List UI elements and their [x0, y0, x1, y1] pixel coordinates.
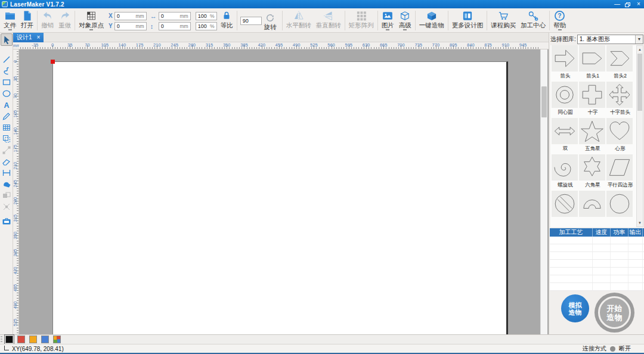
- svg-text:A: A: [4, 101, 9, 109]
- cursor-coordinates: XY(649.78, 208.41): [12, 346, 64, 352]
- simulate-create-button[interactable]: 模拟造物: [561, 294, 589, 322]
- tool-text[interactable]: A: [1, 99, 13, 110]
- tab-label: 设计1: [17, 33, 32, 42]
- tool-eraser[interactable]: [1, 156, 13, 167]
- shape-library-grid: 箭头 箭头1 箭头2 同心圆 十字 十字箭头 双 五角星 心形 螺旋线 六角星 …: [550, 45, 637, 227]
- tool-ellipse[interactable]: [1, 88, 13, 99]
- tool-toolbox[interactable]: [1, 215, 13, 226]
- help-button[interactable]: ? 帮助: [551, 9, 568, 32]
- tab-design1[interactable]: 设计1 ×: [13, 33, 44, 42]
- shape-arch[interactable]: [579, 191, 606, 225]
- shape-concentric-circles[interactable]: 同心圆: [552, 82, 579, 116]
- tool-offset[interactable]: [1, 133, 13, 144]
- table-row: [550, 252, 644, 260]
- more-designs-button[interactable]: 更多设计图: [450, 9, 486, 32]
- width-field[interactable]: mm: [159, 12, 191, 20]
- color-swatch-2[interactable]: [29, 336, 37, 343]
- array-icon: [355, 10, 367, 21]
- flip-vertical-icon: [323, 10, 335, 21]
- app-logo-icon: [2, 1, 8, 7]
- shape-grid-scrollbar[interactable]: ▲ ▼: [636, 45, 643, 227]
- shape-cross-arrow[interactable]: 十字箭头: [606, 82, 634, 116]
- color-swatch-3[interactable]: [41, 336, 49, 343]
- tool-spline[interactable]: [1, 65, 13, 76]
- width-percent-field[interactable]: %: [196, 12, 217, 20]
- tool-node-edit[interactable]: [1, 144, 13, 156]
- undo-button[interactable]: 撤销: [39, 9, 56, 32]
- shape-arrow[interactable]: 箭头: [552, 45, 579, 80]
- height-arrow-icon: ↕: [150, 23, 157, 30]
- right-panel: 选择图库: 1. 基本图形 ▼ 箭头 箭头1 箭头2 同心圆 十字 十字箭头 双…: [549, 33, 644, 334]
- table-row: [550, 283, 644, 291]
- vertical-ruler: 0357010514017521024528031535038542045549…: [13, 49, 19, 334]
- color-swatch-0[interactable]: [5, 336, 13, 343]
- lock-ratio-button[interactable]: 等比: [218, 9, 236, 32]
- height-field[interactable]: mm: [159, 22, 191, 30]
- scrollbar-thumb[interactable]: [637, 54, 642, 111]
- process-table-header: 加工工艺速度功率输出: [550, 228, 644, 237]
- connection-state[interactable]: 断开: [619, 344, 631, 353]
- flip-vertical-button[interactable]: 垂直翻转: [314, 9, 343, 32]
- color-swatch-1[interactable]: [17, 336, 25, 343]
- shape-star5[interactable]: 五角星: [579, 118, 606, 153]
- y-label: Y: [109, 23, 113, 29]
- one-key-create-button[interactable]: 一键造物: [417, 9, 447, 32]
- canvas-sheet[interactable]: [52, 61, 508, 334]
- cart-icon: [497, 10, 509, 21]
- library-selected-value: 1. 基本图形: [578, 35, 635, 44]
- shape-spiral[interactable]: 螺旋线: [552, 154, 579, 189]
- tool-select-cursor[interactable]: [1, 33, 13, 46]
- rect-array-button[interactable]: 矩形阵列: [346, 9, 376, 32]
- open-button[interactable]: 打开: [18, 9, 36, 32]
- height-percent-field[interactable]: %: [196, 22, 217, 30]
- object-origin-button[interactable]: 对象原点: [76, 9, 106, 32]
- table-row: [550, 275, 644, 283]
- shape-no-symbol[interactable]: [552, 191, 579, 225]
- workspace-vertical-scrollbar[interactable]: [540, 49, 547, 334]
- shape-parallelogram[interactable]: 平行四边形: [606, 154, 634, 189]
- scroll-down-icon[interactable]: ▼: [637, 219, 643, 226]
- library-dropdown[interactable]: 1. 基本图形 ▼: [577, 35, 643, 44]
- y-position-field[interactable]: mm: [114, 22, 147, 30]
- tool-frame[interactable]: [1, 167, 13, 178]
- flip-horizontal-button[interactable]: 水平翻转: [284, 9, 314, 32]
- tool-grid[interactable]: [1, 122, 13, 133]
- shape-cross[interactable]: 十字: [579, 82, 606, 116]
- shape-star6[interactable]: 六角星: [579, 154, 606, 189]
- tool-trim[interactable]: [1, 201, 13, 212]
- tool-line[interactable]: [1, 54, 13, 65]
- design-workspace[interactable]: [19, 49, 549, 334]
- process-table: 加工工艺速度功率输出: [550, 228, 644, 291]
- tool-weld[interactable]: [1, 178, 13, 190]
- shape-double-arrow[interactable]: 双: [552, 118, 579, 153]
- shape-arrow2[interactable]: 箭头2: [606, 45, 634, 80]
- restore-button[interactable]: [623, 0, 633, 8]
- tool-pencil[interactable]: [1, 110, 13, 122]
- shape-arrow1[interactable]: 箭头1: [579, 45, 606, 80]
- start-create-button[interactable]: 开始造物: [595, 293, 634, 333]
- chevron-down-icon[interactable]: ▼: [635, 35, 643, 44]
- x-position-field[interactable]: mm: [114, 12, 147, 20]
- rotate-button[interactable]: 旋转: [262, 11, 279, 30]
- file-button[interactable]: 文件: [1, 9, 18, 32]
- table-row: [550, 244, 644, 252]
- tool-rectangle[interactable]: [1, 76, 13, 88]
- picture-button[interactable]: 图片: [379, 9, 397, 32]
- shape-circle[interactable]: [606, 191, 634, 225]
- machining-center-button[interactable]: 加工中心: [518, 9, 548, 32]
- box-icon: [425, 10, 438, 21]
- close-button[interactable]: ×: [633, 0, 644, 8]
- rotate-angle-field[interactable]: [240, 17, 262, 25]
- course-buy-button[interactable]: 课程购买: [488, 9, 518, 32]
- advanced-button[interactable]: 高级: [397, 9, 414, 32]
- tab-close-icon[interactable]: ×: [37, 35, 41, 41]
- redo-button[interactable]: 重做: [56, 9, 73, 32]
- minimize-button[interactable]: —: [612, 0, 623, 8]
- scrollbar-thumb[interactable]: [541, 86, 547, 117]
- origin-marker[interactable]: [51, 60, 55, 64]
- palette-grip: [1, 336, 2, 343]
- color-swatch-multi[interactable]: [53, 336, 61, 343]
- scroll-up-icon[interactable]: ▲: [637, 46, 643, 53]
- shape-heart[interactable]: 心形: [606, 118, 634, 153]
- tool-combine[interactable]: [1, 190, 13, 201]
